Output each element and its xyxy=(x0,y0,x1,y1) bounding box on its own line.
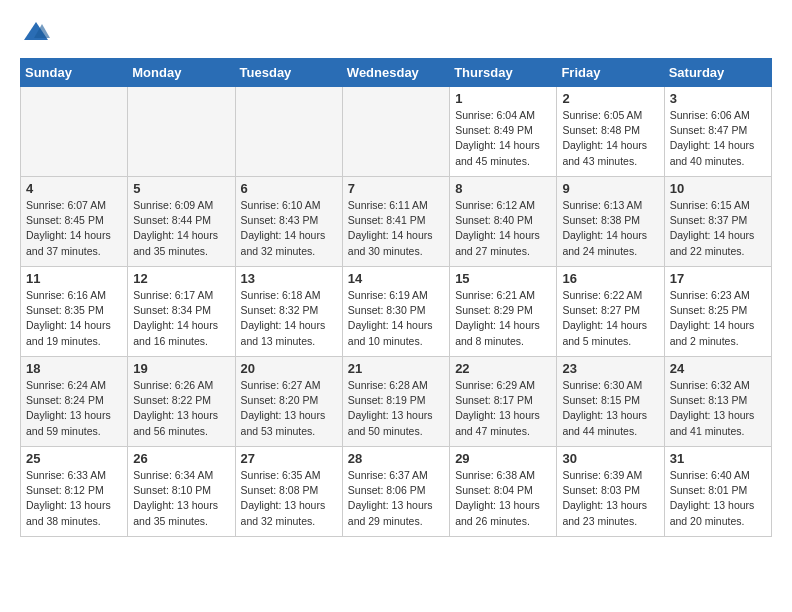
day-number: 9 xyxy=(562,181,658,196)
calendar-cell: 28Sunrise: 6:37 AM Sunset: 8:06 PM Dayli… xyxy=(342,447,449,537)
weekday-header-saturday: Saturday xyxy=(664,59,771,87)
day-info: Sunrise: 6:27 AM Sunset: 8:20 PM Dayligh… xyxy=(241,378,337,439)
calendar-cell: 16Sunrise: 6:22 AM Sunset: 8:27 PM Dayli… xyxy=(557,267,664,357)
weekday-header-thursday: Thursday xyxy=(450,59,557,87)
calendar-cell: 11Sunrise: 6:16 AM Sunset: 8:35 PM Dayli… xyxy=(21,267,128,357)
day-number: 6 xyxy=(241,181,337,196)
day-info: Sunrise: 6:34 AM Sunset: 8:10 PM Dayligh… xyxy=(133,468,229,529)
day-number: 2 xyxy=(562,91,658,106)
day-number: 23 xyxy=(562,361,658,376)
day-info: Sunrise: 6:16 AM Sunset: 8:35 PM Dayligh… xyxy=(26,288,122,349)
day-number: 13 xyxy=(241,271,337,286)
week-row-2: 4Sunrise: 6:07 AM Sunset: 8:45 PM Daylig… xyxy=(21,177,772,267)
calendar-cell: 20Sunrise: 6:27 AM Sunset: 8:20 PM Dayli… xyxy=(235,357,342,447)
day-info: Sunrise: 6:38 AM Sunset: 8:04 PM Dayligh… xyxy=(455,468,551,529)
calendar-cell: 15Sunrise: 6:21 AM Sunset: 8:29 PM Dayli… xyxy=(450,267,557,357)
day-info: Sunrise: 6:21 AM Sunset: 8:29 PM Dayligh… xyxy=(455,288,551,349)
day-number: 16 xyxy=(562,271,658,286)
calendar-cell: 27Sunrise: 6:35 AM Sunset: 8:08 PM Dayli… xyxy=(235,447,342,537)
day-info: Sunrise: 6:37 AM Sunset: 8:06 PM Dayligh… xyxy=(348,468,444,529)
week-row-4: 18Sunrise: 6:24 AM Sunset: 8:24 PM Dayli… xyxy=(21,357,772,447)
day-number: 1 xyxy=(455,91,551,106)
weekday-header-tuesday: Tuesday xyxy=(235,59,342,87)
calendar-cell xyxy=(128,87,235,177)
day-info: Sunrise: 6:19 AM Sunset: 8:30 PM Dayligh… xyxy=(348,288,444,349)
day-number: 3 xyxy=(670,91,766,106)
weekday-header-row: SundayMondayTuesdayWednesdayThursdayFrid… xyxy=(21,59,772,87)
calendar-cell: 19Sunrise: 6:26 AM Sunset: 8:22 PM Dayli… xyxy=(128,357,235,447)
calendar-table: SundayMondayTuesdayWednesdayThursdayFrid… xyxy=(20,58,772,537)
calendar-cell: 12Sunrise: 6:17 AM Sunset: 8:34 PM Dayli… xyxy=(128,267,235,357)
day-number: 21 xyxy=(348,361,444,376)
day-info: Sunrise: 6:07 AM Sunset: 8:45 PM Dayligh… xyxy=(26,198,122,259)
day-info: Sunrise: 6:33 AM Sunset: 8:12 PM Dayligh… xyxy=(26,468,122,529)
day-info: Sunrise: 6:32 AM Sunset: 8:13 PM Dayligh… xyxy=(670,378,766,439)
day-number: 7 xyxy=(348,181,444,196)
calendar-cell: 6Sunrise: 6:10 AM Sunset: 8:43 PM Daylig… xyxy=(235,177,342,267)
day-number: 17 xyxy=(670,271,766,286)
day-number: 24 xyxy=(670,361,766,376)
day-number: 31 xyxy=(670,451,766,466)
calendar-cell: 24Sunrise: 6:32 AM Sunset: 8:13 PM Dayli… xyxy=(664,357,771,447)
day-number: 27 xyxy=(241,451,337,466)
day-number: 4 xyxy=(26,181,122,196)
calendar-cell: 23Sunrise: 6:30 AM Sunset: 8:15 PM Dayli… xyxy=(557,357,664,447)
day-info: Sunrise: 6:06 AM Sunset: 8:47 PM Dayligh… xyxy=(670,108,766,169)
day-number: 22 xyxy=(455,361,551,376)
day-number: 25 xyxy=(26,451,122,466)
calendar-cell: 18Sunrise: 6:24 AM Sunset: 8:24 PM Dayli… xyxy=(21,357,128,447)
day-info: Sunrise: 6:15 AM Sunset: 8:37 PM Dayligh… xyxy=(670,198,766,259)
logo-icon xyxy=(22,20,50,42)
day-number: 18 xyxy=(26,361,122,376)
calendar-cell xyxy=(21,87,128,177)
calendar-cell xyxy=(342,87,449,177)
calendar-cell: 22Sunrise: 6:29 AM Sunset: 8:17 PM Dayli… xyxy=(450,357,557,447)
day-info: Sunrise: 6:12 AM Sunset: 8:40 PM Dayligh… xyxy=(455,198,551,259)
day-info: Sunrise: 6:10 AM Sunset: 8:43 PM Dayligh… xyxy=(241,198,337,259)
weekday-header-monday: Monday xyxy=(128,59,235,87)
day-number: 28 xyxy=(348,451,444,466)
day-info: Sunrise: 6:11 AM Sunset: 8:41 PM Dayligh… xyxy=(348,198,444,259)
logo xyxy=(20,20,50,42)
day-info: Sunrise: 6:13 AM Sunset: 8:38 PM Dayligh… xyxy=(562,198,658,259)
day-info: Sunrise: 6:30 AM Sunset: 8:15 PM Dayligh… xyxy=(562,378,658,439)
week-row-5: 25Sunrise: 6:33 AM Sunset: 8:12 PM Dayli… xyxy=(21,447,772,537)
day-number: 29 xyxy=(455,451,551,466)
day-number: 5 xyxy=(133,181,229,196)
day-info: Sunrise: 6:18 AM Sunset: 8:32 PM Dayligh… xyxy=(241,288,337,349)
calendar-cell: 14Sunrise: 6:19 AM Sunset: 8:30 PM Dayli… xyxy=(342,267,449,357)
calendar-cell: 5Sunrise: 6:09 AM Sunset: 8:44 PM Daylig… xyxy=(128,177,235,267)
day-info: Sunrise: 6:28 AM Sunset: 8:19 PM Dayligh… xyxy=(348,378,444,439)
day-info: Sunrise: 6:04 AM Sunset: 8:49 PM Dayligh… xyxy=(455,108,551,169)
day-number: 15 xyxy=(455,271,551,286)
day-number: 14 xyxy=(348,271,444,286)
day-info: Sunrise: 6:39 AM Sunset: 8:03 PM Dayligh… xyxy=(562,468,658,529)
weekday-header-wednesday: Wednesday xyxy=(342,59,449,87)
calendar-cell: 26Sunrise: 6:34 AM Sunset: 8:10 PM Dayli… xyxy=(128,447,235,537)
day-info: Sunrise: 6:35 AM Sunset: 8:08 PM Dayligh… xyxy=(241,468,337,529)
calendar-cell: 25Sunrise: 6:33 AM Sunset: 8:12 PM Dayli… xyxy=(21,447,128,537)
day-info: Sunrise: 6:22 AM Sunset: 8:27 PM Dayligh… xyxy=(562,288,658,349)
day-number: 30 xyxy=(562,451,658,466)
calendar-cell: 8Sunrise: 6:12 AM Sunset: 8:40 PM Daylig… xyxy=(450,177,557,267)
week-row-1: 1Sunrise: 6:04 AM Sunset: 8:49 PM Daylig… xyxy=(21,87,772,177)
calendar-cell: 29Sunrise: 6:38 AM Sunset: 8:04 PM Dayli… xyxy=(450,447,557,537)
day-info: Sunrise: 6:09 AM Sunset: 8:44 PM Dayligh… xyxy=(133,198,229,259)
weekday-header-sunday: Sunday xyxy=(21,59,128,87)
day-info: Sunrise: 6:24 AM Sunset: 8:24 PM Dayligh… xyxy=(26,378,122,439)
day-number: 20 xyxy=(241,361,337,376)
day-info: Sunrise: 6:26 AM Sunset: 8:22 PM Dayligh… xyxy=(133,378,229,439)
day-number: 26 xyxy=(133,451,229,466)
day-number: 19 xyxy=(133,361,229,376)
calendar-cell: 10Sunrise: 6:15 AM Sunset: 8:37 PM Dayli… xyxy=(664,177,771,267)
day-info: Sunrise: 6:05 AM Sunset: 8:48 PM Dayligh… xyxy=(562,108,658,169)
calendar-cell: 30Sunrise: 6:39 AM Sunset: 8:03 PM Dayli… xyxy=(557,447,664,537)
calendar-cell: 17Sunrise: 6:23 AM Sunset: 8:25 PM Dayli… xyxy=(664,267,771,357)
day-info: Sunrise: 6:40 AM Sunset: 8:01 PM Dayligh… xyxy=(670,468,766,529)
calendar-cell: 31Sunrise: 6:40 AM Sunset: 8:01 PM Dayli… xyxy=(664,447,771,537)
day-number: 10 xyxy=(670,181,766,196)
day-info: Sunrise: 6:29 AM Sunset: 8:17 PM Dayligh… xyxy=(455,378,551,439)
day-info: Sunrise: 6:23 AM Sunset: 8:25 PM Dayligh… xyxy=(670,288,766,349)
calendar-cell: 3Sunrise: 6:06 AM Sunset: 8:47 PM Daylig… xyxy=(664,87,771,177)
calendar-cell: 21Sunrise: 6:28 AM Sunset: 8:19 PM Dayli… xyxy=(342,357,449,447)
